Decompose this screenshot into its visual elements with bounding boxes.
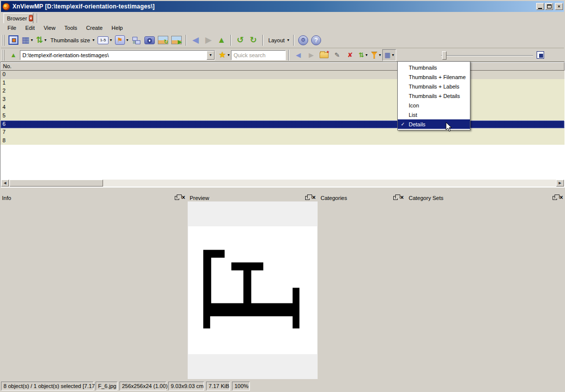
thumbnail-size-slider-handle[interactable] <box>442 51 447 60</box>
menu-item-details[interactable]: ✓ Details <box>398 119 470 129</box>
view-mode-menu-button[interactable]: ▦ ▾ <box>382 49 396 61</box>
sort-button[interactable]: ⇅ ▾ <box>34 34 48 46</box>
menu-tools[interactable]: Tools <box>60 24 82 32</box>
camera-icon <box>144 36 155 44</box>
address-dropdown-button[interactable]: ▾ <box>207 51 215 60</box>
file-row[interactable]: 4 <box>0 103 565 112</box>
close-button[interactable]: × <box>555 3 563 10</box>
up-arrow-icon: ▲ <box>10 52 17 58</box>
file-row[interactable]: 7 <box>0 128 565 137</box>
back-arrow-icon: ◀ <box>192 36 199 44</box>
chevron-down-icon: ▾ <box>392 53 394 57</box>
edit-pencil-icon: ✎ <box>335 52 340 58</box>
history-forward-button[interactable]: ▶ <box>305 49 318 61</box>
float-panel-icon[interactable] <box>393 196 398 200</box>
file-row[interactable]: 8 <box>0 137 565 145</box>
quick-search-input[interactable] <box>231 50 286 60</box>
menu-create[interactable]: Create <box>82 24 107 32</box>
new-folder-button[interactable] <box>318 49 331 61</box>
thumbnails-size-button[interactable]: Thumbnails size ▾ <box>48 34 96 46</box>
parent-folder-button[interactable]: ▲ <box>7 49 20 61</box>
menu-file[interactable]: File <box>3 24 21 32</box>
horizontal-scrollbar[interactable]: ◀ ▶ <box>1 180 564 187</box>
rotate-cw-button[interactable]: ↻ <box>247 34 260 46</box>
preview-panel-title: Preview <box>190 195 209 201</box>
settings-button[interactable]: ⚙ <box>297 34 310 46</box>
preview-letter-f: F <box>188 244 320 336</box>
filter-button[interactable]: ▾ <box>369 49 382 61</box>
toolbar-separator <box>262 35 263 46</box>
close-panel-icon[interactable]: × <box>312 196 316 200</box>
folder-tree-button[interactable] <box>130 34 143 46</box>
scroll-left-icon[interactable]: ◀ <box>1 180 9 187</box>
address-combobox[interactable]: ▾ <box>20 50 215 60</box>
help-icon: ? <box>311 35 321 45</box>
file-row[interactable]: 5 <box>0 112 565 120</box>
delete-button[interactable]: ✘ <box>343 49 356 61</box>
rotate-cw-icon: ↻ <box>250 36 257 44</box>
menu-item-list[interactable]: List <box>398 110 470 119</box>
maximize-button[interactable] <box>545 3 553 10</box>
thumbnail-size-icon[interactable] <box>537 51 544 59</box>
layout-label: Layout <box>267 37 286 43</box>
layout-button[interactable]: Layout ▾ <box>266 34 291 46</box>
rotate-ccw-button[interactable]: ↺ <box>234 34 247 46</box>
menu-item-thumbnails-details[interactable]: Thumbnails + Details <box>398 91 470 100</box>
tab-close-icon[interactable]: × <box>29 15 33 21</box>
view-mode-button[interactable]: ▦ ▾ <box>20 34 34 46</box>
bookmark-button[interactable]: ⚑ ▾ <box>113 34 130 46</box>
rating-filter-button[interactable]: 1-5 ▾ <box>96 34 113 46</box>
history-back-button[interactable]: ◀ <box>292 49 305 61</box>
menu-item-thumbnails-filename[interactable]: Thumbnails + Filename <box>398 72 470 82</box>
edit-button[interactable]: ✎ <box>331 49 343 61</box>
menu-edit[interactable]: Edit <box>21 24 39 32</box>
scrollbar-thumb[interactable] <box>9 180 103 187</box>
up-button[interactable]: ▲ <box>215 34 228 46</box>
chevron-down-icon: ▾ <box>126 38 128 42</box>
forward-arrow-icon: ▶ <box>309 52 314 58</box>
forward-button[interactable]: ▶ <box>202 34 215 46</box>
menu-item-thumbnails-labels[interactable]: Thumbnails + Labels <box>398 82 470 91</box>
file-row[interactable]: 0 <box>0 71 565 79</box>
menu-item-icon[interactable]: Icon <box>398 100 470 110</box>
capture-button[interactable] <box>143 34 156 46</box>
float-panel-icon[interactable] <box>553 196 557 200</box>
favorites-button[interactable]: ★ ▾ <box>217 49 231 61</box>
address-input[interactable] <box>20 52 207 58</box>
menu-view[interactable]: View <box>39 24 60 32</box>
file-row[interactable]: 1 <box>0 79 565 88</box>
menu-item-thumbnails[interactable]: Thumbnails <box>398 63 470 72</box>
float-panel-icon[interactable] <box>305 196 310 200</box>
thumbnail-size-slider-track[interactable] <box>441 55 533 56</box>
convert-button[interactable]: ↻ <box>156 34 170 46</box>
menu-help[interactable]: Help <box>107 24 127 32</box>
close-panel-icon[interactable]: × <box>400 196 404 200</box>
file-row-selected[interactable]: 6 <box>0 120 565 129</box>
toolbar-separator <box>288 50 289 61</box>
float-panel-icon[interactable] <box>175 196 179 200</box>
info-panel: Info × Properties Histogram EXIF ExifToo… <box>0 193 187 379</box>
tab-strip: Browser × <box>1 12 564 23</box>
main-toolbar: ▦ ▾ ⇅ ▾ Thumbnails size ▾ 1-5 ▾ ⚑ ▾ ↻ ▶ … <box>1 32 564 48</box>
category-sets-panel-title: Category Sets <box>409 195 444 201</box>
close-panel-icon[interactable]: × <box>560 196 563 200</box>
fullscreen-button[interactable] <box>7 34 20 46</box>
sort-order-button[interactable]: ⇅ ▾ <box>356 49 369 61</box>
chevron-down-icon: ▾ <box>287 38 289 42</box>
toolbar-grip[interactable] <box>2 35 4 46</box>
title-bar: XnViewMP [D:\temp\exif-orientation-testi… <box>1 1 564 12</box>
help-button[interactable]: ? <box>310 34 323 46</box>
minimize-button[interactable] <box>536 3 544 10</box>
tab-browser[interactable]: Browser × <box>3 13 33 23</box>
close-panel-icon[interactable]: × <box>182 196 185 200</box>
toolbar-grip[interactable] <box>2 50 4 61</box>
file-row[interactable]: 3 <box>0 96 565 104</box>
sort-arrows-icon: ⇅ <box>358 52 364 58</box>
star-icon: ★ <box>219 51 226 59</box>
file-row[interactable]: 2 <box>0 87 565 96</box>
back-button[interactable]: ◀ <box>189 34 202 46</box>
chevron-down-icon: ▾ <box>44 38 46 42</box>
scroll-right-icon[interactable]: ▶ <box>556 180 564 187</box>
column-header-no[interactable]: No. <box>0 62 565 71</box>
export-button[interactable]: ▶ <box>170 34 183 46</box>
